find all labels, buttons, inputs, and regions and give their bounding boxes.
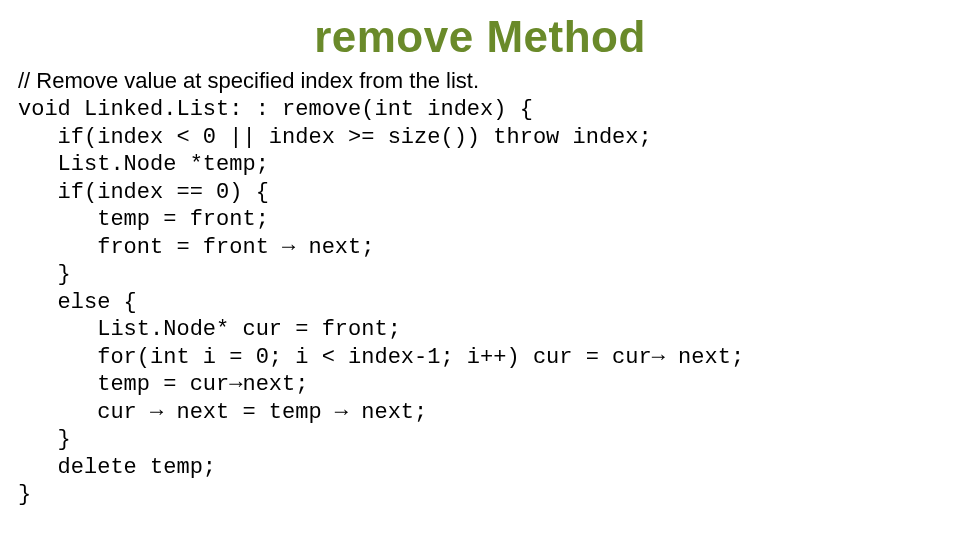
code-line: }: [18, 481, 960, 509]
code-line: for(int i = 0; i < index-1; i++) cur = c…: [18, 344, 960, 372]
code-line: cur → next = temp → next;: [18, 399, 960, 427]
code-line: delete temp;: [18, 454, 960, 482]
code-line: }: [18, 426, 960, 454]
code-line: temp = front;: [18, 206, 960, 234]
code-line: else {: [18, 289, 960, 317]
code-line: if(index == 0) {: [18, 179, 960, 207]
code-line: if(index < 0 || index >= size()) throw i…: [18, 124, 960, 152]
code-line: void Linked.List: : remove(int index) {: [18, 96, 960, 124]
slide: remove Method // Remove value at specifi…: [0, 12, 960, 540]
code-line: front = front → next;: [18, 234, 960, 262]
code-line: }: [18, 261, 960, 289]
code-line: List.Node* cur = front;: [18, 316, 960, 344]
code-line: temp = cur→next;: [18, 371, 960, 399]
slide-title: remove Method: [0, 12, 960, 62]
code-line: List.Node *temp;: [18, 151, 960, 179]
comment-line: // Remove value at specified index from …: [18, 68, 960, 94]
